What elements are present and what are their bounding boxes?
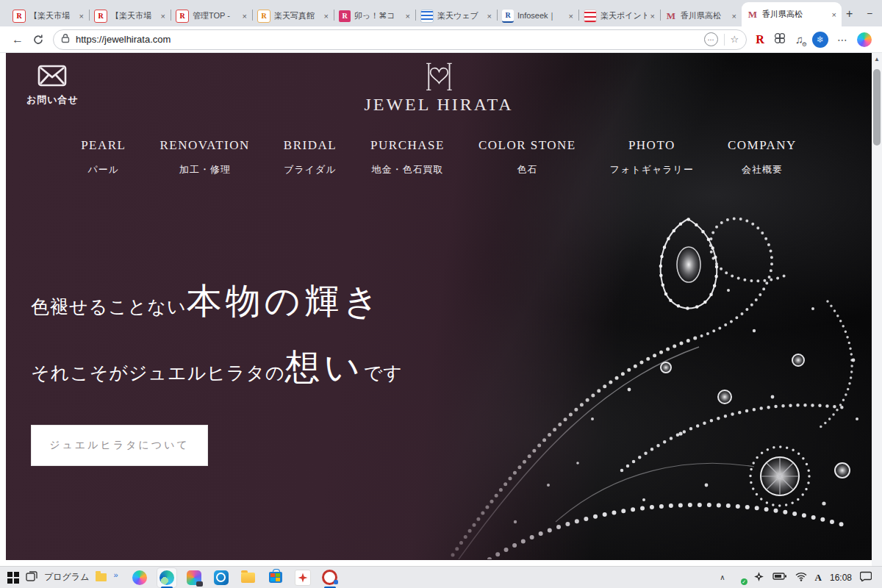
hero-line2-suffix: です [364, 361, 403, 385]
new-tab-button[interactable]: + [846, 4, 853, 24]
close-icon[interactable]: × [569, 12, 573, 21]
contact-link[interactable]: お問い合せ [26, 65, 79, 107]
tab-rakuten-ichiba-2[interactable]: R 【楽天市場 × [89, 5, 171, 26]
taskbar-apps [130, 568, 340, 587]
taskbar-m365-icon[interactable] [184, 568, 204, 587]
lock-icon[interactable] [61, 33, 70, 46]
jewelhirata-favicon: M [747, 9, 759, 21]
close-icon[interactable]: × [79, 12, 84, 21]
tray-star-icon[interactable] [753, 571, 764, 584]
tab-title: 楽天写真館 [274, 10, 320, 21]
profile-avatar[interactable]: ❄ [812, 32, 828, 48]
close-icon[interactable]: × [832, 10, 836, 19]
address-bar[interactable]: https://jewelhirata.com ⋯ ☆ [53, 29, 747, 50]
close-icon[interactable]: × [487, 12, 492, 21]
tab-jewelhirata-active[interactable]: M 香川県高松 × [742, 2, 842, 26]
tab-rakuten-web[interactable]: 楽天ウェブ × [415, 5, 497, 26]
more-options-icon[interactable]: ⋯ [704, 32, 718, 46]
battery-icon[interactable] [772, 572, 787, 583]
tab-title: 楽天ポイント [600, 10, 647, 21]
scrollbar-thumb[interactable] [873, 69, 881, 146]
infoseek-favicon: R [502, 10, 514, 23]
extensions-icon[interactable] [773, 32, 786, 48]
browser-toolbar: ← https://jewelhirata.com ⋯ ☆ R ♫⚙ ❄ ⋯ [0, 26, 882, 53]
nav-jp-label: パール [81, 163, 126, 176]
tab-title: 管理TOP - [193, 10, 239, 21]
close-icon[interactable]: × [650, 12, 655, 21]
taskbar-redstar-app-icon[interactable] [293, 568, 312, 587]
site-logo[interactable]: JEWEL HIRATA [364, 59, 513, 115]
tab-title: 【楽天市場 [29, 10, 76, 21]
hero-line1-large: 本物の輝き [187, 278, 383, 325]
settings-more-icon[interactable]: ⋯ [837, 34, 848, 46]
taskbar-explorer-icon[interactable] [239, 568, 258, 587]
folder-icon[interactable] [96, 573, 107, 581]
close-icon[interactable]: × [324, 12, 329, 21]
rakuten-extension-icon[interactable]: R [756, 33, 764, 46]
nav-jp-label: 地金・色石買取 [370, 163, 445, 176]
logo-text: JEWEL HIRATA [364, 95, 513, 115]
about-button[interactable]: ジュエルヒラタについて [31, 425, 208, 466]
screen: R 【楽天市場 × R 【楽天市場 × R 管理TOP - × R 楽天写真館 … [0, 0, 882, 588]
tab-rakuten-point[interactable]: 楽天ポイント × [578, 5, 660, 26]
nav-item-company[interactable]: COMPANY 会社概要 [728, 138, 797, 176]
nav-item-pearl[interactable]: PEARL パール [81, 138, 126, 176]
taskbar-edge-icon[interactable] [157, 568, 176, 587]
tab-infoseek[interactable]: R Infoseek｜ × [497, 5, 578, 26]
nav-en-label: RENOVATION [159, 138, 249, 153]
blue-stripes-favicon [420, 10, 434, 23]
media-settings-icon[interactable]: ♫⚙ [795, 33, 803, 46]
taskbar-clock[interactable]: 16:08 [830, 573, 852, 583]
close-icon[interactable]: × [406, 12, 410, 21]
nav-item-colorstone[interactable]: COLOR STONE 色石 [478, 138, 576, 176]
window-controls: – ▢ × [853, 0, 882, 26]
tab-rakuten-photo[interactable]: R 楽天写真館 × [252, 5, 334, 26]
ime-indicator[interactable]: A [815, 572, 822, 584]
close-icon[interactable]: × [243, 12, 247, 21]
taskbar-copilot-icon[interactable] [130, 568, 149, 587]
tab-rakuten-ichiba-1[interactable]: R 【楽天市場 × [7, 5, 89, 26]
tab-jewelhirata-1[interactable]: M 香川県高松 × [660, 5, 742, 26]
rakuten-orange-favicon: R [257, 10, 270, 23]
task-view-icon[interactable] [26, 571, 37, 584]
taskbar-red-app-icon[interactable] [320, 568, 340, 587]
favorite-star-icon[interactable]: ☆ [731, 34, 739, 45]
taskbar-outlook-icon[interactable] [212, 568, 231, 587]
hero-line-1: 色褪せることない本物の輝き [31, 278, 403, 325]
close-icon[interactable]: × [732, 12, 736, 21]
hero-line1-small: 色褪せることない [31, 295, 187, 319]
refresh-icon[interactable] [28, 29, 49, 50]
rakuten-favicon: R [176, 10, 189, 23]
nav-item-bridal[interactable]: BRIDAL ブライダル [284, 138, 337, 176]
tab-utsu[interactable]: R 卯っ！⌘コ × [334, 5, 415, 26]
main-navigation: PEARL パール RENOVATION 加工・修理 BRIDAL ブライダル … [6, 138, 872, 176]
hero-line2-large: 想い [285, 344, 364, 391]
toolbar-chevrons-icon[interactable]: » [113, 570, 118, 579]
taskbar-store-icon[interactable] [266, 568, 285, 587]
nav-en-label: PURCHASE [370, 138, 445, 153]
security-shield-icon[interactable]: ✓ [734, 572, 745, 584]
nav-item-purchase[interactable]: PURCHASE 地金・色石買取 [370, 138, 445, 176]
wifi-icon[interactable] [795, 572, 807, 584]
nav-item-renovation[interactable]: RENOVATION 加工・修理 [159, 138, 249, 176]
start-button-icon[interactable] [7, 572, 19, 584]
windows-taskbar: プログラム » ∧ ✓ [0, 566, 882, 588]
url-text[interactable]: https://jewelhirata.com [76, 34, 698, 45]
program-toolbar-label[interactable]: プログラム [44, 571, 89, 584]
nav-en-label: COMPANY [728, 138, 797, 153]
nav-en-label: COLOR STONE [478, 138, 576, 153]
page-scrollbar[interactable]: ▲ [872, 53, 882, 566]
taskbar-left: プログラム » [0, 571, 118, 584]
tab-kanri-top[interactable]: R 管理TOP - × [171, 5, 252, 26]
scroll-up-icon[interactable]: ▲ [872, 56, 882, 62]
close-icon[interactable]: × [161, 12, 165, 21]
nav-item-photo[interactable]: PHOTO フォトギャラリー [610, 138, 694, 176]
minimize-button[interactable]: – [853, 0, 882, 26]
tray-expand-icon[interactable]: ∧ [720, 573, 725, 581]
copilot-icon[interactable] [857, 32, 872, 47]
nav-jp-label: 会社概要 [728, 163, 797, 176]
back-icon[interactable]: ← [7, 29, 28, 50]
contact-label: お問い合せ [26, 93, 79, 107]
nav-jp-label: ブライダル [284, 163, 337, 176]
notification-icon[interactable] [860, 571, 872, 584]
